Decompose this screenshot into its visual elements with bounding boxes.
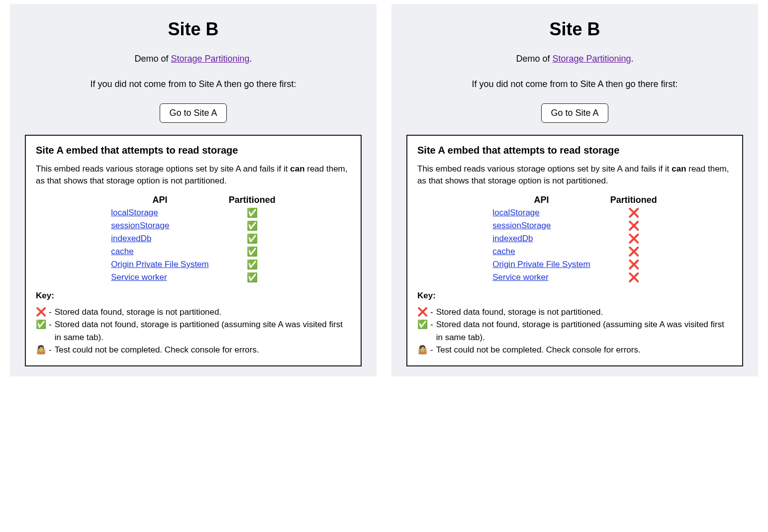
key-title: Key: [36,291,351,301]
api-link-localstorage[interactable]: localStorage [111,208,158,217]
instruction-text: If you did not come from to Site A then … [90,79,296,89]
instruction-text: If you did not come from to Site A then … [472,79,677,89]
key-item: ❌ - Stored data found, storage is not pa… [36,306,351,319]
demo-prefix: Demo of [134,54,171,64]
key-title: Key: [417,291,732,301]
table-row: sessionStorage✅ [101,219,286,232]
key-list: ❌ - Stored data found, storage is not pa… [417,306,732,356]
api-header: API [101,194,219,206]
api-link-opfs[interactable]: Origin Private File System [111,260,209,269]
demo-suffix: . [250,54,252,64]
table-row: sessionStorage❌ [482,219,667,232]
demo-text: Demo of Storage Partitioning. [516,54,633,64]
check-icon: ✅ [36,318,49,331]
check-icon: ✅ [247,247,258,257]
partitioned-header: Partitioned [219,194,286,206]
api-table: API Partitioned localStorage❌ sessionSto… [482,194,667,284]
panel-left: Site B Demo of Storage Partitioning. If … [10,4,377,376]
storage-partitioning-link[interactable]: Storage Partitioning [552,54,631,64]
embed-description: This embed reads various storage options… [36,163,351,187]
table-row: Origin Private File System❌ [482,258,667,271]
panel-right: Site B Demo of Storage Partitioning. If … [391,4,758,376]
api-link-indexeddb[interactable]: indexedDb [111,234,151,243]
demo-prefix: Demo of [516,54,552,64]
cross-icon: ❌ [628,247,639,257]
check-icon: ✅ [247,221,258,231]
shrug-icon: 🤷 [36,344,49,356]
embed-box: Site A embed that attempts to read stora… [25,135,362,366]
table-row: Service worker✅ [101,271,286,284]
api-link-sessionstorage[interactable]: sessionStorage [492,221,551,230]
check-icon: ✅ [247,234,258,244]
key-item: ✅ - Stored data not found, storage is pa… [36,318,351,344]
check-icon: ✅ [247,208,258,218]
api-link-localstorage[interactable]: localStorage [492,208,540,217]
table-row: cache✅ [101,245,286,258]
cross-icon: ❌ [628,260,639,269]
api-link-indexeddb[interactable]: indexedDb [492,234,533,243]
table-row: localStorage❌ [482,206,667,219]
demo-text: Demo of Storage Partitioning. [134,54,252,64]
embed-box: Site A embed that attempts to read stora… [406,135,743,366]
table-row: Service worker❌ [482,271,667,284]
table-row: indexedDb❌ [482,232,667,245]
key-item: ✅ - Stored data not found, storage is pa… [417,318,732,344]
cross-icon: ❌ [628,221,639,231]
key-list: ❌ - Stored data found, storage is not pa… [36,306,351,356]
check-icon: ✅ [247,272,258,282]
check-icon: ✅ [417,318,430,331]
table-row: Origin Private File System✅ [101,258,286,271]
api-link-serviceworker[interactable]: Service worker [492,272,548,282]
api-link-opfs[interactable]: Origin Private File System [492,260,590,269]
api-header: API [482,194,600,206]
key-item: 🤷 - Test could not be completed. Check c… [417,344,732,356]
cross-icon: ❌ [36,306,49,319]
go-to-site-a-button[interactable]: Go to Site A [541,103,608,123]
api-table: API Partitioned localStorage✅ sessionSto… [101,194,286,284]
embed-title: Site A embed that attempts to read stora… [417,145,732,156]
storage-partitioning-link[interactable]: Storage Partitioning [171,54,249,64]
partitioned-header: Partitioned [600,194,667,206]
api-link-cache[interactable]: cache [111,247,133,256]
api-link-cache[interactable]: cache [492,247,515,256]
cross-icon: ❌ [628,234,639,244]
shrug-icon: 🤷 [417,344,430,356]
embed-description: This embed reads various storage options… [417,163,732,187]
cross-icon: ❌ [417,306,430,319]
api-link-sessionstorage[interactable]: sessionStorage [111,221,169,230]
demo-suffix: . [631,54,634,64]
api-link-serviceworker[interactable]: Service worker [111,272,167,282]
key-item: 🤷 - Test could not be completed. Check c… [36,344,351,356]
check-icon: ✅ [247,260,258,269]
go-to-site-a-button[interactable]: Go to Site A [160,103,226,123]
site-title: Site B [549,19,600,40]
cross-icon: ❌ [628,272,639,282]
key-item: ❌ - Stored data found, storage is not pa… [417,306,732,319]
table-row: localStorage✅ [101,206,286,219]
embed-title: Site A embed that attempts to read stora… [36,145,351,156]
cross-icon: ❌ [628,208,639,218]
site-title: Site B [168,19,218,40]
table-row: indexedDb✅ [101,232,286,245]
table-row: cache❌ [482,245,667,258]
